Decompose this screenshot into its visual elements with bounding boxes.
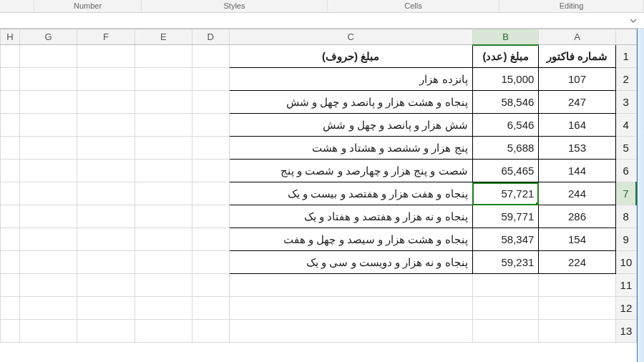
- cell-empty[interactable]: [539, 297, 615, 320]
- cell-empty[interactable]: [192, 182, 229, 205]
- cell-empty[interactable]: [77, 68, 135, 91]
- cell-empty[interactable]: [77, 182, 135, 205]
- cell-empty[interactable]: [77, 160, 135, 182]
- cell-empty[interactable]: [1, 114, 20, 137]
- cell-B10[interactable]: 59,231: [472, 251, 539, 274]
- cell-A5[interactable]: 153: [539, 137, 615, 160]
- cell-empty[interactable]: [1, 274, 20, 297]
- cell-empty[interactable]: [19, 68, 77, 91]
- cell-empty[interactable]: [77, 228, 135, 251]
- cell-A10[interactable]: 224: [539, 251, 615, 274]
- cell-empty[interactable]: [192, 320, 229, 343]
- cell-empty[interactable]: [19, 137, 77, 160]
- cell-empty[interactable]: [1, 205, 20, 228]
- row-header[interactable]: 11: [615, 274, 636, 297]
- cell-C8[interactable]: پنجاه و نه هزار و هفتصد و هفتاد و یک: [229, 205, 472, 228]
- row-header[interactable]: 8: [615, 205, 636, 228]
- cell-C7[interactable]: پنجاه و هفت هزار و هفتصد و بیست و یک: [229, 182, 472, 205]
- cell-empty[interactable]: [1, 160, 20, 182]
- cell-empty[interactable]: [135, 205, 192, 228]
- row-header[interactable]: 12: [615, 297, 636, 320]
- cell-empty[interactable]: [192, 45, 229, 68]
- cell-empty[interactable]: [192, 228, 229, 251]
- cell-empty[interactable]: [192, 114, 229, 137]
- cell-C2[interactable]: پانزده هزار: [229, 68, 472, 91]
- row-header[interactable]: 10: [615, 251, 636, 274]
- cell-A9[interactable]: 154: [539, 228, 615, 251]
- cell-C10[interactable]: پنجاه و نه هزار و دویست و سی و یک: [229, 251, 472, 274]
- formula-bar-expand-icon[interactable]: [628, 16, 638, 26]
- cell-empty[interactable]: [77, 137, 135, 160]
- col-header-B[interactable]: B: [472, 29, 539, 45]
- cell-empty[interactable]: [77, 320, 135, 343]
- spreadsheet-grid[interactable]: H G F E D C B A مبلغ (حروف)مبلغ (عدد)شما…: [0, 29, 637, 343]
- cell-A6[interactable]: 144: [539, 160, 615, 182]
- cell-B3[interactable]: 58,546: [472, 91, 539, 114]
- cell-empty[interactable]: [135, 160, 192, 182]
- cell-empty[interactable]: [77, 205, 135, 228]
- cell-empty[interactable]: [19, 114, 77, 137]
- cell-A1-header[interactable]: شماره فاکتور: [539, 45, 615, 68]
- cell-empty[interactable]: [192, 137, 229, 160]
- cell-C9[interactable]: پنجاه و هشت هزار و سیصد و چهل و هفت: [229, 228, 472, 251]
- cell-empty[interactable]: [19, 45, 77, 68]
- col-header-A[interactable]: A: [539, 29, 615, 45]
- cell-B7[interactable]: 57,721: [472, 182, 539, 205]
- cell-empty[interactable]: [229, 297, 472, 320]
- cell-A2[interactable]: 107: [539, 68, 615, 91]
- cell-empty[interactable]: [1, 297, 20, 320]
- select-all-corner[interactable]: [615, 29, 636, 45]
- cell-B8[interactable]: 59,771: [472, 205, 539, 228]
- col-header-E[interactable]: E: [135, 29, 192, 45]
- row-header[interactable]: 1: [615, 45, 636, 68]
- cell-empty[interactable]: [135, 320, 192, 343]
- cell-empty[interactable]: [135, 297, 192, 320]
- cell-empty[interactable]: [19, 182, 77, 205]
- cell-C5[interactable]: پنج هزار و ششصد و هشتاد و هشت: [229, 137, 472, 160]
- cell-B5[interactable]: 5,688: [472, 137, 539, 160]
- cell-empty[interactable]: [1, 68, 20, 91]
- cell-empty[interactable]: [19, 274, 77, 297]
- cell-empty[interactable]: [77, 45, 135, 68]
- cell-empty[interactable]: [135, 228, 192, 251]
- cell-B6[interactable]: 65,465: [472, 160, 539, 182]
- cell-empty[interactable]: [1, 228, 20, 251]
- cell-empty[interactable]: [472, 297, 539, 320]
- cell-empty[interactable]: [19, 297, 77, 320]
- cell-empty[interactable]: [77, 297, 135, 320]
- cell-empty[interactable]: [192, 274, 229, 297]
- cell-empty[interactable]: [1, 91, 20, 114]
- cell-empty[interactable]: [1, 137, 20, 160]
- cell-C3[interactable]: پنجاه و هشت هزار و پانصد و چهل و شش: [229, 91, 472, 114]
- row-header[interactable]: 2: [615, 68, 636, 91]
- cell-empty[interactable]: [192, 91, 229, 114]
- row-header[interactable]: 13: [615, 320, 636, 343]
- cell-empty[interactable]: [19, 91, 77, 114]
- col-header-F[interactable]: F: [77, 29, 135, 45]
- row-header[interactable]: 6: [615, 160, 636, 182]
- cell-empty[interactable]: [229, 320, 472, 343]
- cell-empty[interactable]: [135, 274, 192, 297]
- cell-empty[interactable]: [1, 182, 20, 205]
- col-header-C[interactable]: C: [229, 29, 472, 45]
- cell-empty[interactable]: [19, 320, 77, 343]
- cell-empty[interactable]: [192, 160, 229, 182]
- row-header[interactable]: 3: [615, 91, 636, 114]
- cell-B4[interactable]: 6,546: [472, 114, 539, 137]
- cell-empty[interactable]: [19, 251, 77, 274]
- cell-empty[interactable]: [192, 205, 229, 228]
- row-header[interactable]: 9: [615, 228, 636, 251]
- cell-empty[interactable]: [1, 320, 20, 343]
- cell-empty[interactable]: [19, 160, 77, 182]
- cell-empty[interactable]: [192, 68, 229, 91]
- cell-empty[interactable]: [539, 320, 615, 343]
- cell-empty[interactable]: [135, 182, 192, 205]
- cell-empty[interactable]: [229, 274, 472, 297]
- cell-empty[interactable]: [135, 91, 192, 114]
- cell-A8[interactable]: 286: [539, 205, 615, 228]
- col-header-G[interactable]: G: [19, 29, 77, 45]
- cell-empty[interactable]: [192, 297, 229, 320]
- cell-empty[interactable]: [77, 91, 135, 114]
- cell-A3[interactable]: 247: [539, 91, 615, 114]
- cell-empty[interactable]: [77, 274, 135, 297]
